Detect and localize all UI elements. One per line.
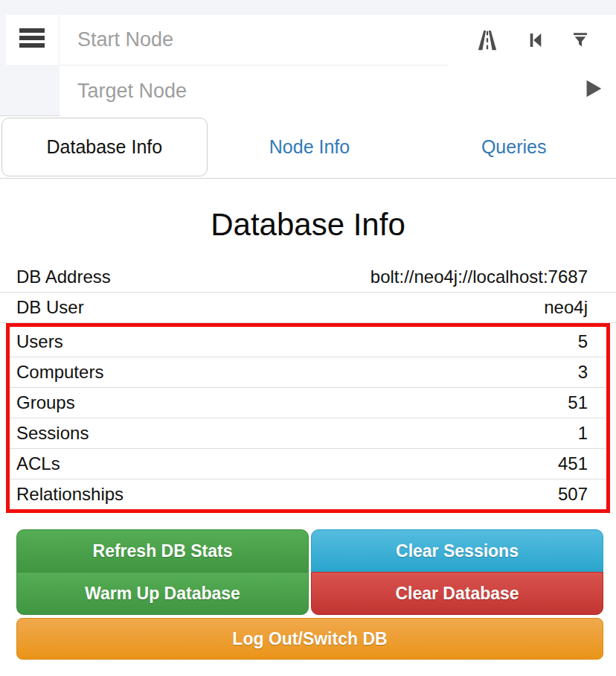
refresh-db-stats-button[interactable]: Refresh DB Stats — [16, 529, 309, 573]
hamburger-icon — [19, 28, 45, 51]
menu-button[interactable] — [6, 15, 58, 65]
page-title: Database Info — [0, 179, 616, 244]
action-buttons: Refresh DB Stats Clear Sessions Warm Up … — [16, 529, 603, 660]
clear-database-button[interactable]: Clear Database — [311, 572, 603, 615]
row-value: 5 — [578, 331, 588, 353]
row-label: Relationships — [16, 483, 123, 506]
warm-up-database-button[interactable]: Warm Up Database — [16, 572, 309, 615]
row-label: Sessions — [16, 422, 89, 444]
table-row-users: Users 5 — [10, 327, 606, 357]
start-node-input[interactable] — [60, 28, 449, 51]
row-value: 3 — [578, 361, 588, 383]
top-search-bar — [0, 0, 616, 116]
row-value: bolt://neo4j://localhost:7687 — [370, 266, 588, 288]
logout-switch-db-button[interactable]: Log Out/Switch DB — [16, 618, 603, 660]
db-info-table: DB Address bolt://neo4j://localhost:7687… — [0, 262, 616, 513]
row-label: Users — [16, 331, 63, 353]
table-row-groups: Groups 51 — [10, 388, 606, 418]
table-row-acls: ACLs 451 — [10, 449, 606, 479]
search-actions — [449, 15, 616, 116]
clear-sessions-button[interactable]: Clear Sessions — [311, 529, 603, 573]
tab-node-info[interactable]: Node Info — [208, 116, 412, 178]
row-label: DB Address — [16, 266, 111, 288]
filter-funnel-icon[interactable] — [571, 29, 590, 51]
row-value: 1 — [578, 422, 588, 444]
row-label: DB User — [16, 296, 84, 319]
target-node-field — [60, 66, 506, 116]
tab-database-info[interactable]: Database Info — [1, 118, 208, 176]
pathfinding-road-icon[interactable] — [475, 29, 500, 51]
table-row-db-user: DB User neo4j — [0, 293, 616, 323]
start-node-field — [60, 15, 449, 66]
row-label: Computers — [16, 361, 103, 383]
row-value: 451 — [558, 453, 588, 475]
table-row-computers: Computers 3 — [10, 357, 606, 388]
row-value: neo4j — [544, 296, 588, 319]
database-info-panel: Database Info DB Address bolt://neo4j://… — [0, 179, 616, 660]
row-value: 51 — [568, 392, 588, 414]
table-row-sessions: Sessions 1 — [10, 418, 606, 449]
table-row-relationships: Relationships 507 — [10, 479, 606, 509]
step-back-icon[interactable] — [526, 29, 545, 51]
row-value: 507 — [558, 483, 588, 506]
table-row-db-address: DB Address bolt://neo4j://localhost:7687 — [0, 262, 616, 293]
stats-highlight-box: Users 5 Computers 3 Groups 51 Sessions 1… — [6, 323, 610, 513]
tab-queries[interactable]: Queries — [411, 116, 616, 178]
row-label: ACLs — [16, 453, 60, 475]
play-search-icon[interactable] — [582, 77, 604, 103]
tab-bar: Database Info Node Info Queries — [0, 116, 616, 179]
row-label: Groups — [16, 392, 75, 414]
target-node-input[interactable] — [60, 80, 506, 103]
